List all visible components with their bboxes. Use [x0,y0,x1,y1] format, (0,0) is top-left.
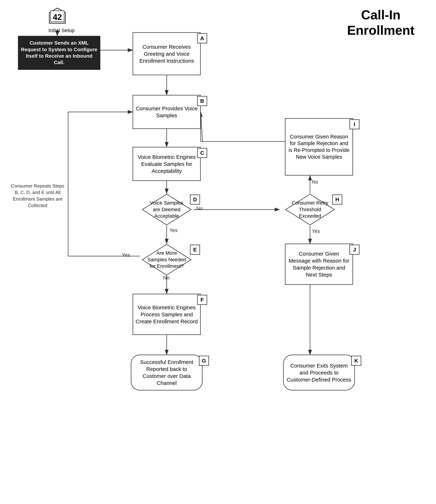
badge-42: 42 [48,7,66,27]
node-c-box: Voice Biometric Engines Evaluate Samples… [133,147,201,181]
node-a-box: Consumer Receives Greeting and Voice Enr… [133,32,201,75]
node-g-box: Successful Enrollment Reported back to C… [131,355,203,390]
node-h-diamond: Consumer Retry Threshold Exceeded [285,193,335,226]
yes-label-e: Yes [122,252,130,258]
badge-g: G [199,356,209,366]
node-i-box: Consumer Given Reason for Sample Rejecti… [285,118,353,176]
node-f-box: Voice Biometric Engines Process Samples … [133,294,201,335]
no-label-d: No [196,206,203,211]
node-j-box: Consumer Given Message with Reason for S… [285,243,353,285]
node-b-box: Consumer Provides Voice Samples [133,95,201,129]
initial-setup-label: Initial Setup [48,27,74,33]
badge-a: A [197,33,207,43]
badge-42-container: 42 Initial Setup [48,7,74,33]
badge-j: J [349,245,360,255]
badge-f: F [197,295,207,305]
badge-k: K [351,356,361,366]
no-label-e: No [163,275,169,281]
node-e-diamond: Are More Samples Needed for Enrollment? [142,243,192,276]
yes-label-d: Yes [169,227,178,233]
badge-c: C [197,148,207,158]
node-k-box: Consumer Exits System and Proceeds to Cu… [283,355,355,390]
badge-i: I [349,119,360,129]
page-title: Call-In Enrollment [347,7,415,38]
start-box: Customer Sends an XML Request to System … [18,36,100,70]
svg-line-15 [201,112,203,142]
repeat-label: Consumer Repeats Steps B, C, D, and E un… [11,183,65,209]
no-label-h: No [312,179,318,185]
badge-b: B [197,96,207,106]
yes-label-h: Yes [312,228,320,234]
node-d-diamond: Voice Samples are Deemed Acceptable [142,193,192,226]
